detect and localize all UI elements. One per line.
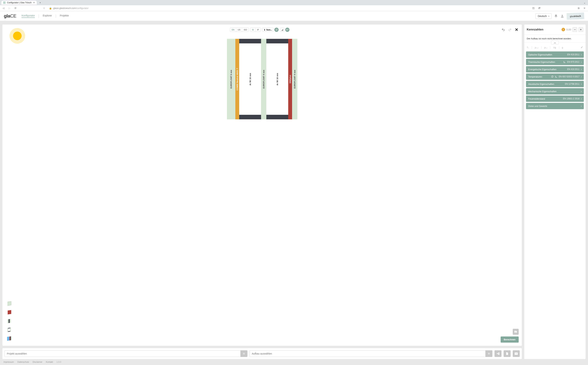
nav-explorer[interactable]: Explorer [43, 14, 52, 18]
key-icon[interactable]: ⚿ [531, 6, 536, 10]
footer-impressum[interactable]: Impressum [3, 361, 14, 363]
brand-logo: glaströsch [566, 12, 584, 20]
bookmark-button[interactable]: ☆ [42, 6, 46, 10]
zoom-out-button[interactable]: – [573, 27, 577, 32]
accordion-label: Feuerwiderstand [528, 98, 545, 100]
angle-indicator[interactable]: ◿ [280, 28, 285, 32]
layer-glass-1[interactable]: EUROFLOAT 6 mm [227, 39, 235, 119]
footer-datenschutz[interactable]: Datenschutz [17, 361, 29, 363]
tab-overflow-button[interactable]: ⌄ [582, 0, 587, 5]
glass-stack: EUROFLOAT 6 mm COMBI Neutral 40/21 T Ar … [227, 39, 297, 119]
accordion-norm: EN 673:2011 [567, 61, 579, 63]
chevron-right-icon: › [581, 105, 582, 107]
standard-toggle: EN US ISO [230, 28, 249, 32]
unit-toggle: SI IP [250, 28, 261, 32]
browser-tab[interactable]: Configurator | Glas Trösch ✕ [1, 1, 37, 5]
accordion-label: Dicke und Gewicht [528, 105, 547, 107]
svg-text:+: + [498, 352, 499, 354]
accordion-label: Thermische Eigenschaften [528, 61, 555, 63]
accordion-norm: EN 410:2011 [567, 68, 579, 70]
build-select[interactable] [250, 350, 485, 357]
translate-icon[interactable]: 🗗 [537, 6, 541, 10]
symbol-pvi: ρᵥ,ᵢ [544, 46, 547, 49]
save-to-folder-button[interactable] [513, 329, 519, 335]
accordion-label: Energetische Eigenschaften [528, 68, 557, 71]
climate-refresh-button[interactable] [274, 28, 279, 32]
svg-point-15 [516, 331, 516, 332]
build-menu-button[interactable]: ≡ [485, 350, 492, 357]
close-canvas-button[interactable]: ✕ [515, 28, 519, 32]
app-logo: glaCE [4, 13, 16, 19]
layer-glass-3[interactable]: EUROFLOAT 4 mm [292, 39, 297, 119]
accordion-4[interactable]: Akustische EigenschaftenEN 12758:2011› [526, 81, 584, 87]
layer-glass-2[interactable]: EUROFLOAT 4 mm [261, 39, 266, 119]
palette-coating[interactable] [6, 309, 13, 316]
export-pdf-button[interactable] [504, 350, 511, 357]
layer-coating-2[interactable]: EN2plus [288, 39, 292, 119]
accordion-3[interactable]: TemperaturenEN ISO 52022-3:2017› [526, 73, 584, 80]
email-button[interactable] [513, 350, 520, 357]
redo-button[interactable] [508, 28, 512, 32]
back-button[interactable]: ◁ [1, 6, 6, 10]
footer-disclaimer[interactable]: Disclaimer [33, 361, 42, 363]
calculate-button[interactable]: Berechnen [501, 337, 519, 343]
project-select[interactable] [5, 350, 240, 357]
palette-glass[interactable] [6, 300, 13, 308]
footer-kontakt[interactable]: Kontakt [46, 361, 53, 363]
svg-rect-14 [11, 336, 12, 340]
zoom-in-button[interactable]: + [579, 27, 583, 32]
chevron-right-icon: › [581, 97, 582, 100]
unit-si[interactable]: SI [251, 28, 256, 32]
alert-badge[interactable]: ! [562, 28, 565, 31]
accordion-2[interactable]: Energetische EigenschaftenEN 410:2011› [526, 66, 584, 72]
accordion-norm: EN 13501-2 2016 [563, 98, 579, 100]
palette-spacer[interactable] [6, 326, 13, 334]
layer-coating-1[interactable]: COMBI Neutral 40/21 T [235, 39, 239, 119]
standard-iso[interactable]: ISO [242, 28, 249, 32]
collapse-notice-button[interactable]: ︽ [551, 41, 559, 44]
chevron-right-icon: › [581, 68, 582, 71]
climate-selector[interactable]: 🌡 Som... [262, 28, 274, 32]
close-tab-button[interactable]: ✕ [33, 2, 35, 4]
thermometer-icon: 🌡 [264, 29, 266, 31]
reload-button[interactable]: ⟳ [13, 6, 17, 10]
layer-spacer-1[interactable]: Ar 90 16 mm [239, 39, 261, 119]
nav-konfigurator[interactable]: Konfigurator [22, 14, 35, 18]
standard-us[interactable]: US [236, 28, 242, 32]
accordion-6[interactable]: FeuerwiderstandEN 13501-2 2016› [526, 96, 584, 102]
chevron-right-icon: › [581, 53, 582, 56]
new-tab-button[interactable]: ＋ [38, 0, 42, 5]
angle-icon [563, 61, 566, 63]
palette-laminated[interactable] [6, 317, 13, 325]
accordion-norm: EN 12758:2011 [565, 83, 579, 85]
address-bar[interactable]: 🔒 glace.glastroesch.com/configurator [48, 7, 530, 9]
standard-en[interactable]: EN [230, 28, 236, 32]
install-app-icon[interactable]: ⧉ [576, 6, 581, 10]
accordion-0[interactable]: Optische EigenschaftenEN 410:2011› [526, 51, 584, 58]
symbol-g: g [562, 46, 563, 49]
accordion-7[interactable]: Dicke und Gewicht› [526, 103, 584, 109]
url-host: glace.glastroesch.com [53, 7, 76, 9]
palette-composite[interactable] [6, 335, 13, 343]
import-button[interactable]: + [495, 350, 502, 357]
accordion-label: Optische Eigenschaften [528, 53, 552, 56]
angle-icon: ◿ [282, 29, 283, 31]
chevron-right-icon: › [548, 15, 549, 17]
browser-menu-button[interactable]: ≡ [582, 6, 587, 10]
nav-separator [56, 14, 56, 18]
accordion-5[interactable]: Mechanische Eigenschaften› [526, 88, 584, 94]
angle-value-button[interactable]: 90° [285, 28, 289, 32]
layer-spacer-2[interactable]: Ar 90 16 mm [266, 39, 288, 119]
accordion-1[interactable]: Thermische EigenschaftenEN 673:2011› [526, 59, 584, 65]
svg-rect-5 [10, 319, 11, 323]
unit-ip[interactable]: IP [256, 28, 260, 32]
bell-icon[interactable] [554, 14, 558, 18]
configurator-canvas: EN US ISO SI IP 🌡 Som... [2, 24, 522, 346]
edit-symbols-button[interactable] [581, 46, 583, 49]
user-icon[interactable] [560, 14, 564, 18]
nav-projekte[interactable]: Projekte [60, 14, 69, 18]
language-selector[interactable]: Deutsch › [536, 13, 552, 19]
accordion-label: Mechanische Eigenschaften [528, 90, 557, 93]
project-menu-button[interactable]: ≡ [240, 350, 247, 357]
undo-button[interactable] [501, 28, 505, 32]
